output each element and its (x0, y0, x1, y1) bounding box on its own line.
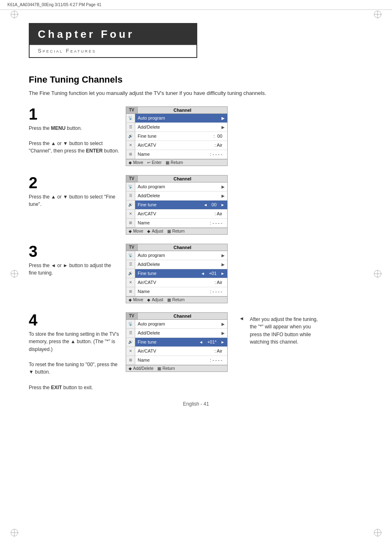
icon-x: ✕ (127, 141, 135, 150)
step-1-rows: Auto program ▶ Add/Delete ▶ Fine tune : … (135, 114, 227, 159)
step-3-row-name: Name : - - - - (135, 287, 227, 296)
icon-grid4: ⊞ (127, 356, 135, 365)
icon-x4: ✕ (127, 347, 135, 356)
reg-mark-top-right (374, 11, 381, 18)
step-1-menu: TV Channel 📡 ☰ 🔊 ✕ ⊞ Auto program ▶ (126, 106, 228, 166)
main-content: Fine Tuning Channels The Fine Tuning fun… (29, 74, 363, 391)
step-4-channel-label: Channel (138, 313, 227, 319)
step-4-footer: ◆ Add/Delete ▦ Return (126, 365, 227, 372)
step-3-row-finetune: Fine tune ◄ +01 ► (135, 269, 227, 278)
step-1-row-autoprog: Auto program ▶ (135, 114, 227, 123)
step-3-rows: Auto program ▶ Add/Delete ▶ Fine tune ◄ … (135, 251, 227, 296)
step-4-rows: Auto program ▶ Add/Delete ▶ Fine tune ◄ … (135, 320, 227, 365)
step-4-menu-body: 📡 ☰ 🔊 ✕ ⊞ Auto program ▶ Add/Delete (126, 320, 227, 365)
step-2-row-adddelete: Add/Delete ▶ (135, 192, 227, 201)
icon-sound4: 🔊 (127, 338, 135, 347)
step-3-menu-header: TV Channel (126, 244, 227, 251)
step-3-icons-col: 📡 ☰ 🔊 ✕ ⊞ (126, 251, 135, 296)
step-2-rows: Auto program ▶ Add/Delete ▶ Fine tune ◄ … (135, 182, 227, 228)
step-4-left: 4 To store the fine tuning setting in th… (29, 312, 119, 392)
step-1-left: 1 Press the MENU button. Press the ▲ or … (29, 106, 119, 155)
step-2-row-aircatv: Air/CATV : Air (135, 210, 227, 219)
step-4-row-finetune: Fine tune ◄ +01* ► (135, 338, 227, 347)
icon-antenna2: 📡 (127, 182, 135, 192)
footer3-return: ▦ Return (167, 298, 184, 302)
step-3-row-adddelete: Add/Delete ▶ (135, 260, 227, 269)
section-title: Fine Tuning Channels (29, 74, 363, 85)
step-3-row-autoprog: Auto program ▶ (135, 251, 227, 260)
step-2-row-autoprog: Auto program ▶ (135, 182, 227, 192)
icon-x2: ✕ (127, 210, 135, 219)
icon-antenna4: 📡 (127, 320, 135, 329)
step-1-icons-col: 📡 ☰ 🔊 ✕ ⊞ (126, 114, 135, 159)
step-4-row-autoprog: Auto program ▶ (135, 320, 227, 329)
step-4-tv-label: TV (126, 313, 138, 319)
step-4-icons-col: 📡 ☰ 🔊 ✕ ⊞ (126, 320, 135, 365)
icon-list2: ☰ (127, 192, 135, 201)
step-2-text: Press the ▲ or ▼ button to select "Fine … (29, 193, 119, 208)
step-3-row-aircatv: Air/CATV : Air (135, 278, 227, 287)
footer2-adjust: ◆ Adjust (147, 229, 163, 233)
footer-return: ▦ Return (166, 160, 183, 165)
step-1-footer: ◆ Move ↩ Enter ▦ Return (126, 159, 227, 166)
step-1-menu-header: TV Channel (126, 107, 227, 114)
step-3-text: Press the ◄ or ► button to adjust the fi… (29, 262, 119, 277)
reg-mark-mid-left (11, 270, 18, 277)
note-bullet-icon: ◄ (239, 316, 244, 321)
icon-antenna: 📡 (127, 114, 135, 123)
footer4-adddelete: ◆ Add/Delete (129, 366, 153, 371)
section-intro: The Fine Tuning function let you manuall… (29, 89, 363, 97)
file-info: K61A_AA03447B_00Eng 3/11/05 4:27 PM Page… (7, 2, 101, 7)
step-2-menu-header: TV Channel (126, 175, 227, 182)
footer2-return: ▦ Return (167, 229, 184, 233)
icon-list: ☰ (127, 123, 135, 132)
step-4-text: To store the fine tuning setting in the … (29, 330, 119, 392)
icon-x3: ✕ (127, 278, 135, 287)
chapter-title: Chapter Four (30, 24, 196, 45)
step-1-row-name: Name : - - - - (135, 150, 227, 159)
icon-sound2: 🔊 (127, 201, 135, 210)
icon-list4: ☰ (127, 329, 135, 338)
step-1-channel-label: Channel (138, 107, 227, 113)
icon-sound3: 🔊 (127, 269, 135, 278)
step-3-menu: TV Channel 📡 ☰ 🔊 ✕ ⊞ Auto program ▶ (126, 244, 228, 303)
icon-antenna3: 📡 (127, 251, 135, 260)
step-2-menu: TV Channel 📡 ☰ 🔊 ✕ ⊞ Auto program ▶ (126, 175, 228, 235)
step-4-row-aircatv: Air/CATV : Air (135, 347, 227, 356)
step-2-number: 2 (29, 175, 119, 191)
step-1-number: 1 (29, 106, 119, 122)
step-1-row-adddelete: Add/Delete ▶ (135, 123, 227, 132)
step-2-row-finetune: Fine tune ◄ 00 ► (135, 201, 227, 210)
step-2-row-name: Name : - - - - (135, 219, 227, 228)
icon-list3: ☰ (127, 260, 135, 269)
step-3-tv-label: TV (126, 244, 138, 251)
step-4-block: 4 To store the fine tuning setting in th… (29, 312, 363, 392)
step-3-footer: ◆ Move ◆ Adjust ▦ Return (126, 296, 227, 303)
chapter-subtitle: Special Features (30, 45, 196, 57)
step-2-footer: ◆ Move ◆ Adjust ▦ Return (126, 228, 227, 234)
step-2-icons-col: 📡 ☰ 🔊 ✕ ⊞ (126, 182, 135, 228)
footer-enter: ↩ Enter (147, 160, 161, 165)
chapter-box: Chapter Four Special Features (29, 23, 197, 58)
step-3-number: 3 (29, 244, 119, 259)
reg-mark-top-left (11, 11, 18, 18)
step-2-menu-body: 📡 ☰ 🔊 ✕ ⊞ Auto program ▶ Add/Delete ▶ (126, 182, 227, 228)
step-4-menu-header: TV Channel (126, 313, 227, 320)
footer3-move: ◆ Move (129, 298, 143, 302)
step-4-sidenote: After you adjust the fine tuning, the "*… (250, 316, 321, 346)
reg-mark-mid-right (374, 270, 381, 277)
step-4-sidenote-container: ◄ After you adjust the fine tuning, the … (239, 312, 321, 346)
step-1-block: 1 Press the MENU button. Press the ▲ or … (29, 106, 363, 166)
step-4-right: TV Channel 📡 ☰ 🔊 ✕ ⊞ Auto program ▶ (126, 312, 228, 372)
footer2-move: ◆ Move (129, 229, 143, 233)
step-3-left: 3 Press the ◄ or ► button to adjust the … (29, 244, 119, 277)
step-1-row-finetune: Fine tune : 00 (135, 132, 227, 141)
reg-mark-bottom-right (374, 529, 381, 536)
step-1-tv-label: TV (126, 107, 138, 113)
step-3-channel-label: Channel (138, 244, 227, 251)
footer-move: ◆ Move (129, 160, 143, 165)
icon-grid2: ⊞ (127, 219, 135, 228)
step-4-row-adddelete: Add/Delete ▶ (135, 329, 227, 338)
step-4-menu: TV Channel 📡 ☰ 🔊 ✕ ⊞ Auto program ▶ (126, 312, 228, 372)
step-1-text: Press the MENU button. Press the ▲ or ▼ … (29, 125, 119, 155)
